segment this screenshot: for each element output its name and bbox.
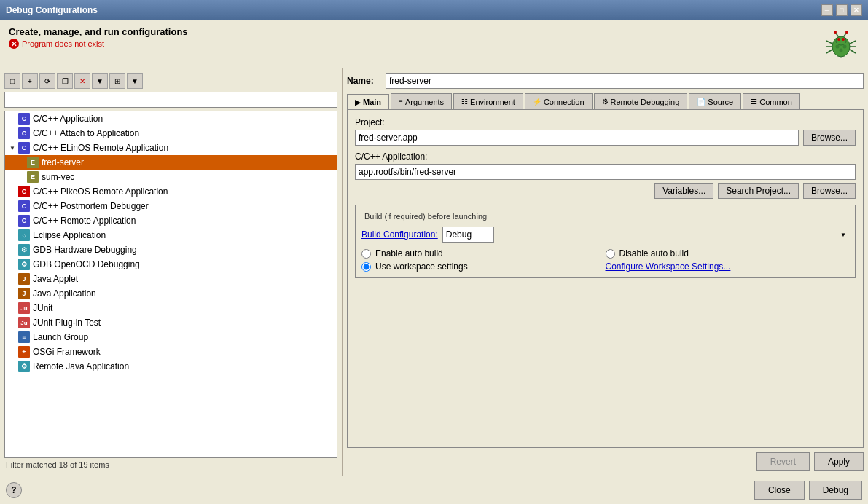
radio-col-left: Enable auto build Use workspace settings	[361, 248, 606, 272]
tab-environment[interactable]: ☷ Environment	[453, 93, 523, 109]
tab-common[interactable]: ☰ Common	[743, 93, 800, 109]
content-area: □ + ⟳ ❐ ✕ ▼ ⊞ ▼ C C/C++ Application	[0, 68, 868, 476]
filter-status: Filter matched 18 of 19 items	[4, 458, 337, 471]
edit-button[interactable]: ❐	[57, 73, 73, 89]
sum-vec-label: sum-vec	[42, 172, 74, 182]
list-item[interactable]: ≡ Launch Group	[5, 330, 337, 344]
junit-plugin-label: JUnit Plug-in Test	[33, 318, 101, 328]
expand-expanded-icon: ▼	[8, 143, 17, 152]
tab-connection[interactable]: ⚡ Connection	[525, 93, 593, 109]
disable-auto-build-radio[interactable]	[606, 249, 615, 259]
gdb-hw-label: GDB Hardware Debugging	[33, 245, 137, 255]
list-item[interactable]: ⚙ Remote Java Application	[5, 359, 337, 374]
use-workspace-radio[interactable]	[361, 262, 371, 272]
list-item[interactable]: C C/C++ Application	[5, 111, 337, 126]
search-project-button[interactable]: Search Project...	[718, 183, 799, 199]
svg-point-12	[834, 31, 837, 34]
list-item[interactable]: E fred-server	[5, 155, 337, 170]
remote-java-label: Remote Java Application	[33, 361, 129, 371]
tabs-bar: ▶ Main ≡ Arguments ☷ Environment ⚡ Conne…	[347, 93, 864, 110]
remove-button[interactable]: ✕	[74, 73, 90, 89]
left-panel: □ + ⟳ ❐ ✕ ▼ ⊞ ▼ C C/C++ Application	[0, 68, 343, 476]
java-app-label: Java Application	[33, 288, 96, 299]
list-item[interactable]: ⚙ GDB OpenOCD Debugging	[5, 257, 337, 272]
title-bar-title: Debug Configurations	[6, 5, 98, 15]
tab-arguments-label: Arguments	[405, 98, 444, 106]
close-button[interactable]: Close	[754, 481, 805, 500]
expand-icon	[8, 304, 17, 312]
tab-main-label: Main	[363, 98, 381, 106]
enable-auto-build-label: Enable auto build	[375, 248, 443, 259]
radio-col-right: Disable auto build Configure Workspace S…	[606, 248, 850, 272]
minimize-button[interactable]: ─	[821, 4, 833, 16]
gdb-openocd-icon: ⚙	[18, 259, 30, 270]
search-input[interactable]	[4, 92, 337, 108]
name-input[interactable]	[386, 73, 864, 89]
delete-button[interactable]: ⟳	[39, 73, 55, 89]
list-item[interactable]: ☼ Eclipse Application	[5, 228, 337, 243]
gdb-hw-icon: ⚙	[18, 244, 30, 256]
toolbar: □ + ⟳ ❐ ✕ ▼ ⊞ ▼	[4, 73, 337, 89]
list-item[interactable]: Ju JUnit Plug-in Test	[5, 315, 337, 330]
project-label: Project:	[355, 117, 856, 127]
view-button[interactable]: ⊞	[109, 73, 125, 89]
list-item[interactable]: J Java Application	[5, 286, 337, 301]
expand-icon	[8, 129, 17, 138]
expand-icon	[8, 347, 17, 356]
more-button[interactable]: ▼	[127, 73, 143, 89]
duplicate-button[interactable]: +	[22, 73, 38, 89]
list-item[interactable]: ⚙ GDB Hardware Debugging	[5, 243, 337, 257]
error-text: Program does not exist	[22, 39, 104, 48]
cpp-app-btn-row: Variables... Search Project... Browse...	[355, 183, 856, 199]
help-button[interactable]: ?	[6, 482, 22, 498]
configure-workspace-link[interactable]: Configure Workspace Settings...	[606, 261, 731, 272]
tab-remote-debugging-label: Remote Debugging	[611, 98, 680, 106]
tab-source[interactable]: 📄 Source	[689, 93, 741, 109]
sum-vec-icon: E	[27, 171, 39, 183]
project-row: Project: Browse...	[355, 117, 856, 146]
tab-remote-debugging[interactable]: ⚙ Remote Debugging	[594, 93, 688, 109]
build-config-label[interactable]: Build Configuration:	[361, 229, 438, 240]
main-tab-icon: ▶	[355, 98, 361, 106]
tab-main[interactable]: ▶ Main	[347, 94, 389, 110]
tab-arguments[interactable]: ≡ Arguments	[391, 93, 452, 109]
cpp-app-input[interactable]	[355, 164, 856, 180]
expand-icon	[8, 333, 17, 342]
build-config-row: Build Configuration: Debug Release	[361, 227, 849, 243]
variables-button[interactable]: Variables...	[654, 183, 713, 199]
browse-project-button[interactable]: Browse...	[803, 130, 856, 146]
list-item[interactable]: C C/C++ PikeOS Remote Application	[5, 184, 337, 199]
close-window-button[interactable]: ✕	[851, 4, 862, 16]
cc-app-icon: C	[18, 113, 30, 125]
build-section-title: Build (if required) before launching	[361, 212, 490, 221]
list-item[interactable]: Ju JUnit	[5, 301, 337, 315]
title-bar-controls: ─ □ ✕	[821, 4, 862, 16]
new-config-button[interactable]: □	[4, 73, 20, 89]
debug-button[interactable]: Debug	[809, 481, 862, 500]
list-item[interactable]: C C/C++ Postmortem Debugger	[5, 199, 337, 213]
enable-auto-build-radio[interactable]	[361, 249, 371, 259]
list-item[interactable]: ▼ C C/C++ ELinOS Remote Application	[5, 141, 337, 155]
list-item[interactable]: + OSGi Framework	[5, 344, 337, 359]
connection-tab-icon: ⚡	[533, 98, 541, 106]
tab-environment-label: Environment	[470, 98, 515, 106]
cpp-app-row: C/C++ Application: Variables... Search P…	[355, 151, 856, 199]
use-workspace-label: Use workspace settings	[375, 261, 468, 272]
list-item[interactable]: J Java Applet	[5, 272, 337, 286]
apply-button[interactable]: Apply	[814, 452, 864, 471]
build-config-select[interactable]: Debug Release	[442, 227, 494, 243]
browse-app-button[interactable]: Browse...	[803, 183, 856, 199]
expand-icon	[8, 202, 17, 210]
project-input-row: Browse...	[355, 130, 856, 146]
maximize-button[interactable]: □	[836, 4, 848, 16]
remote-debugging-tab-icon: ⚙	[602, 98, 609, 106]
list-item[interactable]: E sum-vec	[5, 170, 337, 184]
svg-point-1	[836, 36, 846, 45]
list-item[interactable]: C C/C++ Remote Application	[5, 213, 337, 228]
tab-connection-label: Connection	[544, 98, 584, 106]
list-item[interactable]: C C/C++ Attach to Application	[5, 126, 337, 141]
filter-button[interactable]: ▼	[92, 73, 108, 89]
revert-button[interactable]: Revert	[756, 452, 810, 471]
project-input[interactable]	[355, 130, 799, 146]
source-tab-icon: 📄	[697, 98, 705, 106]
